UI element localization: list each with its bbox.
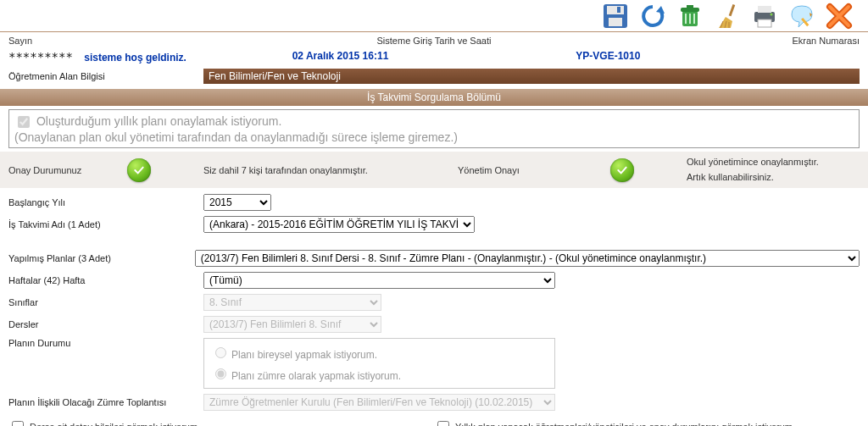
- lesson-label: Dersler: [8, 319, 203, 329]
- login-time-value: 02 Aralık 2015 16:11: [292, 50, 389, 62]
- svg-marker-4: [656, 6, 665, 14]
- onay-label: Onay Durumunuz: [8, 165, 127, 175]
- teacher-field-row: Öğretmenin Alan Bilgisi Fen Bilimleri/Fe…: [0, 67, 868, 86]
- header-info: Sayın Sisteme Giriş Tarih ve Saati Ekran…: [0, 32, 868, 50]
- header-values: ********* sisteme hoş geldiniz. 02 Aralı…: [0, 50, 868, 67]
- svg-rect-16: [758, 6, 771, 13]
- svg-rect-8: [685, 14, 687, 24]
- svg-rect-10: [693, 14, 695, 24]
- welcome-text: sisteme hoş geldiniz.: [84, 52, 186, 64]
- toolbar: [0, 0, 868, 32]
- calendar-select[interactable]: (Ankara) - 2015-2016 EĞİTİM ÖĞRETİM YILI…: [203, 216, 475, 233]
- plan-status-label: Planın Durumu: [8, 338, 203, 348]
- svg-rect-9: [689, 14, 691, 24]
- svg-rect-11: [729, 4, 736, 16]
- svg-rect-1: [607, 6, 624, 14]
- broom-icon[interactable]: [714, 3, 741, 30]
- radio-individual: [215, 347, 226, 358]
- plans-label: Yapılmış Planlar (3 Adet): [8, 253, 195, 263]
- consent-line1: Oluşturduğum yıllık planı onaylamak isti…: [36, 114, 281, 128]
- calendar-label: İş Takvimi Adı (1 Adet): [8, 219, 203, 230]
- consent-checkbox: [18, 116, 30, 128]
- year-label: Başlangıç Yılı: [8, 197, 203, 207]
- svg-rect-3: [617, 7, 620, 13]
- plans-select[interactable]: (2013/7) Fen Bilimleri 8. Sınıf Dersi - …: [195, 250, 860, 267]
- teacher-field-value: Fen Bilimleri/Fen ve Teknoloji: [203, 69, 860, 84]
- refresh-icon[interactable]: [639, 3, 666, 30]
- teachers-checkbox-label[interactable]: Yıllık plan yapacak öğretmenleri/yönetic…: [434, 418, 860, 426]
- yonetim-text: Okul yönetimince onaylanmıştır. Artık ku…: [687, 155, 860, 185]
- teacher-field-label: Öğretmenin Alan Bilgisi: [8, 71, 203, 81]
- consent-line2: (Onaylanan plan okul yönetimi tarafından…: [14, 130, 854, 144]
- status-strip: Onay Durumunuz Siz dahil 7 kişi tarafınd…: [0, 152, 868, 188]
- check-icon: [127, 158, 151, 182]
- zumre-label: Planın İlişkili Olacağı Zümre Toplantısı: [8, 397, 203, 407]
- yonetim-label: Yönetim Onayı: [458, 165, 610, 175]
- plan-status-radios: Planı bireysel yapmak istiyorum. Planı z…: [203, 338, 555, 389]
- onay-text: Siz dahil 7 kişi tarafından onaylanmıştı…: [203, 165, 458, 175]
- close-icon[interactable]: [826, 3, 853, 30]
- year-select[interactable]: 2015: [203, 194, 271, 211]
- user-stars: *********: [8, 50, 73, 64]
- screen-number-value: YP-VGE-1010: [576, 50, 640, 62]
- detail-checkbox-label[interactable]: Derse ait detay bilgileri görmek istiyor…: [8, 418, 434, 426]
- detail-checkbox[interactable]: [12, 421, 24, 426]
- weeks-select[interactable]: (Tümü): [203, 272, 555, 289]
- radio-zumre: [215, 368, 226, 379]
- svg-rect-2: [609, 18, 622, 26]
- weeks-label: Haftalar (42) Hafta: [8, 275, 203, 285]
- screen-number-label: Ekran Numarası: [576, 36, 860, 46]
- sayin-label: Sayın: [8, 36, 292, 46]
- login-time-label: Sisteme Giriş Tarih ve Saati: [292, 36, 576, 46]
- svg-point-18: [771, 13, 773, 15]
- save-icon[interactable]: [602, 3, 629, 30]
- bottom-checks: Derse ait detay bilgileri görmek istiyor…: [0, 413, 868, 426]
- note-icon[interactable]: [788, 3, 815, 30]
- check-icon: [610, 158, 634, 182]
- teachers-checkbox[interactable]: [437, 421, 449, 426]
- svg-rect-17: [758, 19, 771, 27]
- zumre-select: Zümre Öğretmenler Kurulu (Fen Bilimleri/…: [203, 394, 555, 411]
- trash-icon[interactable]: [676, 3, 704, 30]
- svg-rect-7: [687, 5, 693, 8]
- lesson-select: (2013/7) Fen Bilimleri 8. Sınıf: [203, 316, 381, 333]
- print-icon[interactable]: [751, 3, 778, 30]
- section-title: İş Takvimi Sorgulama Bölümü: [0, 89, 868, 106]
- class-select: 8. Sınıf: [203, 294, 381, 311]
- class-label: Sınıflar: [8, 297, 203, 307]
- consent-box: Oluşturduğum yıllık planı onaylamak isti…: [8, 109, 860, 148]
